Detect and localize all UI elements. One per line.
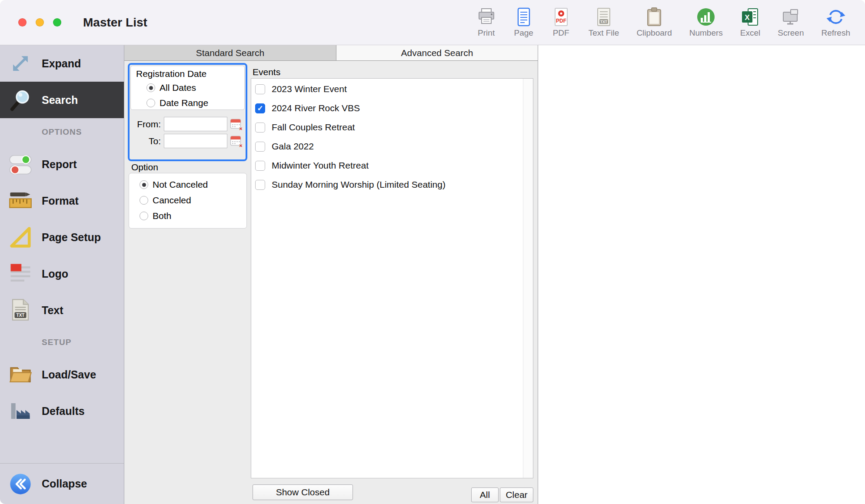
sidebar-item-search[interactable]: Search	[0, 82, 124, 118]
toolbar-label: Refresh	[821, 28, 850, 38]
search-icon	[8, 87, 33, 113]
numbers-icon	[696, 7, 716, 27]
toolbar-label: Numbers	[689, 28, 723, 38]
app-window: Master List Print	[0, 0, 865, 504]
event-label: Fall Couples Retreat	[272, 122, 355, 133]
sidebar-header-setup: SETUP	[0, 328, 124, 356]
page-button[interactable]: Page	[514, 7, 534, 38]
window-title: Master List	[83, 16, 147, 30]
event-checkbox[interactable]	[255, 84, 265, 94]
event-label: Sunday Morning Worship (Limited Seating)	[272, 179, 446, 190]
svg-text:X: X	[745, 13, 750, 22]
minimize-window-button[interactable]	[36, 18, 44, 27]
sidebar-item-load-save[interactable]: Load/Save	[0, 356, 124, 393]
page-icon	[514, 7, 534, 27]
sidebar-item-text[interactable]: TXT Text	[0, 292, 124, 328]
radio-control	[140, 212, 148, 220]
clear-selection-button[interactable]: Clear	[500, 487, 533, 502]
option-group-title: Option	[131, 162, 158, 172]
svg-text:PDF: PDF	[556, 18, 566, 24]
text-file-button[interactable]: TXT Text File	[589, 7, 619, 38]
sidebar-item-collapse[interactable]: Collapse	[0, 463, 124, 504]
numbers-button[interactable]: Numbers	[689, 7, 723, 38]
event-row[interactable]: Sunday Morning Worship (Limited Seating)	[251, 175, 533, 194]
radio-canceled[interactable]: Canceled	[140, 192, 246, 208]
event-label: Midwinter Youth Retreat	[272, 160, 369, 171]
to-date-input[interactable]	[164, 134, 227, 148]
sidebar-item-logo[interactable]: Logo	[0, 255, 124, 292]
clipboard-button[interactable]: Clipboard	[636, 7, 672, 38]
select-all-button[interactable]: All	[471, 487, 499, 502]
event-checkbox[interactable]	[255, 103, 265, 113]
close-window-button[interactable]	[18, 18, 27, 27]
toolbar-label: Page	[514, 28, 533, 38]
refresh-button[interactable]: Refresh	[821, 7, 850, 38]
txt-document-icon: TXT	[8, 298, 33, 323]
screen-button[interactable]: Screen	[778, 7, 804, 38]
print-button[interactable]: Print	[476, 7, 496, 38]
sidebar: Expand Search OPTIONS	[0, 45, 124, 504]
svg-text:TXT: TXT	[600, 20, 608, 24]
event-row[interactable]: Gala 2022	[251, 137, 533, 156]
events-list: 2023 Winter Event 2024 River Rock VBS Fa…	[251, 78, 533, 478]
events-title: Events	[253, 67, 280, 77]
sidebar-spacer	[0, 429, 124, 463]
event-row[interactable]: 2024 River Rock VBS	[251, 99, 533, 118]
event-checkbox[interactable]	[255, 161, 265, 171]
radio-all-dates[interactable]: All Dates	[146, 81, 244, 94]
sidebar-item-format[interactable]: Format	[0, 182, 124, 219]
event-label: 2023 Winter Event	[272, 84, 347, 94]
sidebar-item-label: Report	[42, 158, 77, 171]
search-section: Standard Search Advanced Search Registra…	[124, 45, 538, 504]
events-scrollbar[interactable]	[523, 79, 533, 478]
collapse-icon	[8, 471, 33, 497]
radio-date-range[interactable]: Date Range	[146, 96, 244, 109]
traffic-lights	[18, 18, 61, 27]
sidebar-item-label: Text	[42, 304, 63, 317]
event-checkbox[interactable]	[255, 180, 265, 190]
calendar-icon: ✕	[230, 135, 243, 148]
svg-text:✕: ✕	[239, 126, 243, 131]
radio-both[interactable]: Both	[140, 208, 246, 224]
radio-label: All Dates	[160, 83, 196, 93]
sidebar-header-options: OPTIONS	[0, 118, 124, 146]
pdf-button[interactable]: PDF PDF	[551, 7, 571, 38]
from-date-input[interactable]	[164, 117, 227, 131]
sidebar-item-label: Page Setup	[42, 231, 101, 244]
show-closed-button[interactable]: Show Closed	[253, 484, 353, 500]
toolbar-label: Text File	[589, 28, 619, 38]
event-row[interactable]: 2023 Winter Event	[251, 80, 533, 99]
radio-not-canceled[interactable]: Not Canceled	[140, 177, 246, 192]
expand-icon	[8, 51, 33, 76]
to-calendar-button[interactable]: ✕	[230, 134, 243, 148]
zoom-window-button[interactable]	[53, 18, 61, 27]
event-checkbox[interactable]	[255, 123, 265, 133]
event-row[interactable]: Fall Couples Retreat	[251, 118, 533, 137]
tab-standard-search[interactable]: Standard Search	[124, 45, 336, 60]
sidebar-item-expand[interactable]: Expand	[0, 45, 124, 82]
event-checkbox[interactable]	[255, 142, 265, 152]
excel-button[interactable]: X Excel	[740, 7, 760, 38]
search-panel: Registration Date All Dates Date Range F…	[124, 61, 538, 504]
event-label: Gala 2022	[272, 141, 314, 152]
screen-icon	[781, 7, 801, 27]
pdf-icon: PDF	[551, 7, 571, 27]
sidebar-item-report[interactable]: Report	[0, 146, 124, 182]
radio-control	[140, 196, 148, 205]
title-bar: Master List Print	[0, 0, 865, 45]
toolbar-label: Clipboard	[636, 28, 672, 38]
sidebar-item-page-setup[interactable]: Page Setup	[0, 219, 124, 255]
tab-advanced-search[interactable]: Advanced Search	[336, 45, 538, 60]
radio-label: Both	[153, 211, 171, 221]
radio-label: Date Range	[160, 98, 208, 108]
from-calendar-button[interactable]: ✕	[230, 117, 243, 131]
event-row[interactable]: Midwinter Youth Retreat	[251, 156, 533, 175]
event-label: 2024 River Rock VBS	[272, 103, 360, 113]
text-file-icon: TXT	[594, 7, 614, 27]
logo-placeholder-icon	[8, 261, 33, 286]
radio-control	[146, 99, 155, 107]
folder-icon	[8, 362, 33, 387]
sidebar-item-label: Search	[42, 94, 78, 106]
sidebar-item-defaults[interactable]: Defaults	[0, 393, 124, 429]
toolbar-label: Screen	[778, 28, 804, 38]
